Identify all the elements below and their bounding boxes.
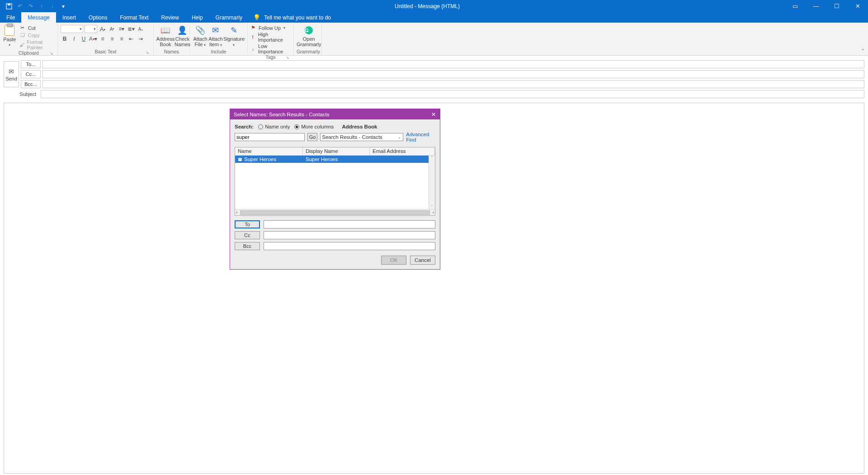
result-row[interactable]: Super Heroes Super Heroes: [235, 156, 435, 163]
ribbon-display-options-icon[interactable]: ▭: [785, 0, 806, 12]
underline-button[interactable]: U: [80, 35, 88, 43]
bold-button[interactable]: B: [61, 35, 69, 43]
dialog-to-field[interactable]: [264, 220, 435, 228]
tab-message[interactable]: Message: [21, 12, 56, 23]
group-clipboard: Paste ▾ ✂Cut ❏Copy 🖌Format Painter Clipb…: [0, 23, 58, 55]
attach-item-button[interactable]: ✉ Attach Item ▾: [208, 24, 223, 48]
shrink-font-button[interactable]: A▾: [108, 25, 116, 33]
next-icon[interactable]: ↓: [48, 2, 57, 11]
go-button[interactable]: Go: [307, 133, 317, 141]
column-email[interactable]: Email Address: [370, 147, 435, 155]
dialog-title-bar[interactable]: Select Names: Search Results - Contacts …: [230, 109, 440, 119]
format-painter-button[interactable]: 🖌Format Painter: [19, 39, 55, 50]
copy-label: Copy: [28, 33, 40, 38]
dialog-bcc-field[interactable]: [264, 242, 435, 250]
grow-font-button[interactable]: A▴: [99, 25, 107, 33]
scroll-right-icon[interactable]: ›: [433, 210, 434, 215]
column-name[interactable]: Name: [235, 147, 303, 155]
advanced-find-link[interactable]: Advanced Find: [406, 132, 435, 142]
brush-icon: 🖌: [19, 42, 25, 48]
check-names-button[interactable]: 👤 Check Names: [175, 24, 190, 47]
close-icon[interactable]: ✕: [429, 111, 438, 118]
low-importance-button[interactable]: ↓Low Importance: [250, 43, 291, 54]
decrease-indent-button[interactable]: ⇤: [127, 35, 135, 43]
cc-button[interactable]: Cc...: [21, 70, 41, 78]
group-basic-text: ▾ ▾ A▴ A▾ ≡▾ ≣▾ Aₓ B I U A▾ ≡ ≡ ≡ ⇤: [58, 23, 154, 55]
save-icon[interactable]: [5, 2, 14, 11]
dialog-cc-button[interactable]: Cc: [235, 231, 260, 239]
font-combo[interactable]: ▾: [61, 25, 83, 33]
redo-icon[interactable]: ↷: [26, 2, 35, 11]
cut-label: Cut: [28, 25, 36, 31]
tell-me[interactable]: 💡 Tell me what you want to do: [253, 12, 331, 23]
more-columns-radio[interactable]: More columns: [294, 124, 334, 129]
minimize-button[interactable]: —: [806, 0, 826, 12]
paste-label: Paste: [3, 37, 16, 42]
paperclip-icon: 📎: [194, 25, 206, 36]
group-tags: ⚑Follow Up ▾ !High Importance ↓Low Impor…: [248, 23, 294, 55]
address-book-button[interactable]: 📖 Address Book: [156, 24, 175, 47]
open-grammarly-button[interactable]: G Open Grammarly: [297, 24, 321, 47]
clear-formatting-button[interactable]: Aₓ: [137, 25, 145, 33]
dialog-launcher-icon[interactable]: ↘: [49, 51, 54, 56]
to-field[interactable]: [42, 60, 864, 68]
copy-button[interactable]: ❏Copy: [19, 32, 55, 38]
group-include-label: Include: [193, 49, 245, 55]
bcc-button[interactable]: Bcc...: [21, 80, 41, 88]
collapse-ribbon-icon[interactable]: ˄: [862, 48, 864, 54]
paste-button[interactable]: Paste ▾: [3, 24, 17, 47]
attach-file-button[interactable]: 📎 Attach File ▾: [193, 24, 208, 48]
bullets-button[interactable]: ≡▾: [118, 25, 126, 33]
tab-file[interactable]: File: [0, 12, 21, 23]
group-basic-text-label: Basic Text: [95, 49, 117, 54]
dialog-launcher-icon[interactable]: ↘: [145, 50, 150, 55]
tab-options[interactable]: Options: [82, 12, 113, 23]
horizontal-scrollbar[interactable]: ‹ ›: [235, 209, 435, 215]
align-left-button[interactable]: ≡: [99, 35, 107, 43]
ok-button[interactable]: OK: [381, 256, 406, 265]
close-button[interactable]: ✕: [847, 0, 868, 12]
address-book-combo[interactable]: Search Results - Contacts ⌄: [320, 133, 403, 141]
qat-customize-icon[interactable]: ▾: [59, 2, 68, 11]
cut-button[interactable]: ✂Cut: [19, 25, 55, 31]
scroll-left-icon[interactable]: ‹: [236, 210, 237, 215]
search-input[interactable]: [235, 133, 305, 141]
tab-grammarly[interactable]: Grammarly: [209, 12, 249, 23]
tab-format-text[interactable]: Format Text: [113, 12, 155, 23]
numbering-button[interactable]: ≣▾: [127, 25, 135, 33]
follow-up-button[interactable]: ⚑Follow Up ▾: [250, 25, 291, 31]
undo-icon[interactable]: ↶: [15, 2, 24, 11]
tab-review[interactable]: Review: [155, 12, 185, 23]
vertical-scrollbar[interactable]: ˄˅: [429, 156, 435, 209]
dialog-bcc-button[interactable]: Bcc: [235, 242, 260, 250]
select-names-dialog: Select Names: Search Results - Contacts …: [230, 109, 440, 270]
tab-help[interactable]: Help: [185, 12, 209, 23]
column-display-name[interactable]: Display Name: [303, 147, 370, 155]
italic-button[interactable]: I: [70, 35, 78, 43]
align-center-button[interactable]: ≡: [108, 35, 116, 43]
send-button[interactable]: ✉ Send: [4, 61, 19, 87]
group-include: 📎 Attach File ▾ ✉ Attach Item ▾ ✎ Signat…: [190, 23, 248, 55]
high-importance-button[interactable]: !High Importance: [250, 32, 291, 43]
cancel-button[interactable]: Cancel: [410, 256, 435, 265]
name-only-radio[interactable]: Name only: [258, 124, 290, 129]
dialog-launcher-icon[interactable]: ↘: [285, 55, 290, 60]
signature-button[interactable]: ✎ Signature▾: [223, 24, 245, 48]
chevron-down-icon: ▾: [283, 26, 285, 30]
cc-field[interactable]: [42, 70, 864, 78]
font-color-button[interactable]: A▾: [89, 35, 97, 43]
scroll-thumb[interactable]: [240, 210, 429, 215]
align-right-button[interactable]: ≡: [118, 35, 126, 43]
font-size-combo[interactable]: ▾: [85, 25, 97, 33]
maximize-button[interactable]: ☐: [826, 0, 847, 12]
to-button[interactable]: To...: [21, 60, 41, 68]
exclamation-icon: !: [250, 34, 255, 40]
bcc-field[interactable]: [42, 80, 864, 88]
dialog-cc-field[interactable]: [264, 231, 435, 239]
subject-field[interactable]: [41, 90, 864, 98]
dialog-to-button[interactable]: To: [235, 220, 260, 228]
previous-icon[interactable]: ↑: [37, 2, 46, 11]
results-list: Name Display Name Email Address Super He…: [235, 147, 435, 216]
tab-insert[interactable]: Insert: [56, 12, 82, 23]
increase-indent-button[interactable]: ⇥: [137, 35, 145, 43]
